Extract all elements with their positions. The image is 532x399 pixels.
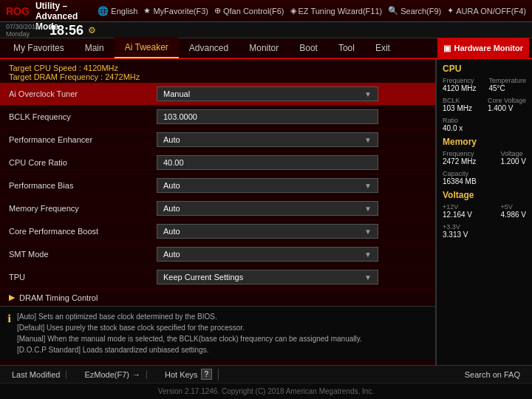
hw-v33-value: 3.313 V [443, 231, 526, 239]
tpu-label: TPU [9, 273, 157, 282]
performance-bias-dropdown[interactable]: Auto ▼ [157, 178, 378, 193]
tab-advanced[interactable]: Advanced [179, 38, 239, 58]
hw-cpu-temperature: Temperature 45°C [488, 77, 526, 92]
hw-core-voltage: Core Voltage 1.400 V [488, 97, 526, 112]
rog-logo: ROG [6, 5, 30, 17]
tpu-dropdown[interactable]: Keep Current Settings ▼ [157, 270, 378, 284]
settings-gear-icon[interactable]: ⚙ [88, 25, 96, 35]
settings-panel: Target CPU Speed : 4120MHz Target DRAM F… [0, 59, 436, 365]
hw-cpu-freq-row: Frequency 4120 MHz Temperature 45°C [443, 77, 526, 95]
bclk-frequency-input[interactable]: 103.0000 [157, 109, 378, 124]
smt-mode-dropdown[interactable]: Auto ▼ [157, 247, 378, 262]
search-faq-label: Search on FAQ [465, 370, 520, 379]
ai-overclock-tuner-value: Manual ▼ [157, 86, 426, 101]
tab-exit[interactable]: Exit [365, 38, 400, 58]
ai-overclock-tuner-label: Ai Overclock Tuner [9, 89, 157, 98]
info-line-3: [D.O.C.P Standard] Loads standardized un… [17, 344, 362, 355]
tab-ai-tweaker[interactable]: Ai Tweaker [115, 38, 179, 58]
hot-keys-label: Hot Keys [165, 370, 198, 379]
hot-keys-item[interactable]: Hot Keys ? [159, 369, 219, 380]
smt-mode-selected: Auto [163, 250, 180, 259]
tpu-value: Keep Current Settings ▼ [157, 270, 426, 284]
core-performance-boost-dropdown[interactable]: Auto ▼ [157, 224, 378, 239]
hw-cpu-title: CPU [443, 64, 526, 74]
hw-cpu-bclk-row: BCLK 103 MHz Core Voltage 1.400 V [443, 97, 526, 115]
info-icon: ℹ [7, 313, 11, 355]
info-line-0: [Auto] Sets an optimized base clock dete… [17, 311, 362, 322]
setting-bclk-frequency: BCLK Frequency 103.0000 [0, 106, 435, 129]
hw-ratio: Ratio 40.0 x [443, 117, 526, 132]
performance-bias-selected: Auto [163, 181, 180, 190]
search-link[interactable]: 🔍 Search(F9) [388, 6, 441, 16]
aura-link[interactable]: ✦ AURA ON/OFF(F4) [447, 6, 526, 16]
language-selector[interactable]: 🌐 English [98, 6, 137, 16]
memory-frequency-value: Auto ▼ [157, 201, 426, 216]
hw-v33: +3.3V 3.313 V [443, 223, 526, 239]
dram-timing-label: DRAM Timing Control [19, 293, 98, 302]
language-label: English [111, 7, 137, 16]
cpu-core-ratio-value: 40.00 [157, 155, 426, 170]
dropdown-arrow: ▼ [364, 136, 372, 144]
cpu-speed-label: Target CPU Speed : [9, 64, 81, 72]
status-bar: Last Modified EzMode(F7) → Hot Keys ? Se… [0, 365, 532, 383]
setting-performance-enhancer: Performance Enhancer Auto ▼ [0, 129, 435, 151]
footer-text: Version 2.17.1246. Copyright (C) 2018 Am… [158, 387, 374, 395]
hw-ratio-value: 40.0 x [443, 124, 526, 132]
hw-memory-voltage: Voltage 1.200 V [501, 150, 526, 166]
hw-core-voltage-label: Core Voltage [488, 97, 526, 104]
setting-ai-overclock-tuner: Ai Overclock Tuner Manual ▼ [0, 83, 435, 106]
ez-mode-item[interactable]: EzMode(F7) → [78, 370, 147, 379]
performance-bias-label: Performance Bias [9, 181, 157, 190]
hw-cpu-freq-value: 4120 MHz [443, 84, 477, 92]
dropdown-arrow: ▼ [364, 182, 372, 190]
cpu-core-ratio-input[interactable]: 40.00 [157, 155, 378, 170]
bclk-frequency-value: 103.0000 [157, 109, 426, 124]
my-favorites-link[interactable]: ★ MyFavorite(F3) [143, 6, 208, 16]
hw-bclk: BCLK 103 MHz [443, 97, 472, 112]
hw-v12-label: +12V [443, 203, 472, 211]
hw-voltage-title: Voltage [443, 190, 526, 200]
last-modified-item: Last Modified [6, 370, 66, 379]
hw-v33-label: +3.3V [443, 223, 526, 231]
hw-memory-row: Frequency 2472 MHz Voltage 1.200 V [443, 150, 526, 168]
tab-boot[interactable]: Boot [289, 38, 328, 58]
core-performance-boost-label: Core Performance Boost [9, 227, 157, 236]
smt-mode-value: Auto ▼ [157, 247, 426, 262]
ez-tuning-link[interactable]: ◈ EZ Tuning Wizard(F11) [290, 6, 383, 16]
hot-keys-badge: ? [201, 369, 213, 380]
tab-tool[interactable]: Tool [328, 38, 365, 58]
dram-timing-control[interactable]: ▶ DRAM Timing Control [0, 289, 435, 306]
tab-monitor[interactable]: Monitor [239, 38, 289, 58]
tab-main[interactable]: Main [75, 38, 115, 58]
memory-frequency-dropdown[interactable]: Auto ▼ [157, 201, 378, 216]
core-performance-boost-value: Auto ▼ [157, 224, 426, 239]
hw-mem-capacity-value: 16384 MB [443, 177, 526, 185]
ez-mode-label: EzMode(F7) [84, 370, 129, 379]
time-display: 18:56 [50, 24, 83, 37]
search-faq-item[interactable]: Search on FAQ [459, 370, 526, 379]
setting-cpu-core-ratio: CPU Core Ratio 40.00 [0, 151, 435, 174]
my-favorites-label: MyFavorite(F3) [153, 7, 208, 16]
ez-tuning-label: EZ Tuning Wizard(F11) [299, 7, 383, 16]
ai-overclock-tuner-dropdown[interactable]: Manual ▼ [157, 86, 378, 101]
core-performance-boost-selected: Auto [163, 227, 180, 236]
dropdown-arrow: ▼ [364, 205, 372, 213]
hw-bclk-value: 103 MHz [443, 104, 472, 112]
ez-mode-icon: → [132, 370, 140, 379]
performance-enhancer-dropdown[interactable]: Auto ▼ [157, 132, 378, 147]
hw-voltage-row1: +12V 12.164 V +5V 4.986 V [443, 203, 526, 222]
hardware-monitor-tab[interactable]: ▣ Hardware Monitor [437, 38, 529, 58]
hw-mem-freq-label: Frequency [443, 150, 477, 157]
hw-memory-title: Memory [443, 137, 526, 147]
datetime-bar: 07/30/2018 Monday 18:56 ⚙ [0, 22, 532, 38]
performance-enhancer-label: Performance Enhancer [9, 135, 157, 144]
navigation-bar: My Favorites Main Ai Tweaker Advanced Mo… [0, 38, 532, 59]
setting-performance-bias: Performance Bias Auto ▼ [0, 174, 435, 197]
qfan-link[interactable]: ⊕ Qfan Control(F6) [214, 6, 284, 16]
hw-ratio-label: Ratio [443, 117, 526, 124]
tab-my-favorites[interactable]: My Favorites [3, 38, 75, 58]
cpu-speed-value: 4120MHz [83, 64, 118, 72]
hardware-monitor-panel: CPU Frequency 4120 MHz Temperature 45°C … [436, 59, 532, 365]
target-info: Target CPU Speed : 4120MHz Target DRAM F… [0, 62, 435, 83]
hw-memory-capacity: Capacity 16384 MB [443, 170, 526, 185]
